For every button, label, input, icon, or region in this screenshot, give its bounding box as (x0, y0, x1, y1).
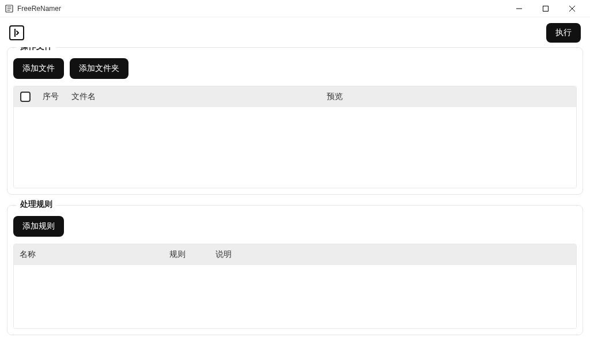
rules-buttons: 添加规则 (13, 216, 577, 237)
sidebar-toggle-button[interactable] (9, 25, 24, 40)
content-area: 操作文件 添加文件 添加文件夹 序号 文件名 预览 处理规则 添加规则 名称 (0, 47, 590, 364)
files-select-all-cell (14, 92, 37, 102)
window-controls (506, 0, 585, 17)
files-col-seq: 序号 (37, 92, 66, 102)
files-table-body (14, 107, 576, 188)
execute-button[interactable]: 执行 (546, 23, 581, 43)
rules-col-name: 名称 (14, 249, 164, 260)
app-icon (5, 4, 14, 13)
select-all-checkbox[interactable] (20, 92, 31, 102)
minimize-button[interactable] (506, 0, 532, 17)
add-rule-button[interactable]: 添加规则 (13, 216, 64, 237)
rules-section: 处理规则 添加规则 名称 规则 说明 (7, 205, 583, 335)
add-folder-button[interactable]: 添加文件夹 (70, 58, 128, 79)
files-section: 操作文件 添加文件 添加文件夹 序号 文件名 预览 (7, 47, 583, 195)
titlebar: FreeReNamer (0, 0, 590, 17)
add-file-button[interactable]: 添加文件 (13, 58, 64, 79)
files-buttons: 添加文件 添加文件夹 (13, 58, 577, 79)
rules-table-header: 名称 规则 说明 (14, 244, 576, 265)
toolbar: 执行 (0, 17, 590, 47)
files-col-filename: 文件名 (66, 92, 321, 102)
rules-col-rule: 规则 (164, 249, 210, 260)
window-title: FreeReNamer (17, 5, 61, 13)
files-section-title: 操作文件 (17, 47, 56, 52)
rules-col-desc: 说明 (210, 249, 536, 260)
close-button[interactable] (559, 0, 585, 17)
rules-section-title: 处理规则 (17, 199, 56, 210)
files-col-preview: 预览 (321, 92, 576, 102)
maximize-button[interactable] (532, 0, 559, 17)
svg-rect-1 (543, 6, 549, 11)
files-table-header: 序号 文件名 预览 (14, 86, 576, 107)
files-table: 序号 文件名 预览 (13, 86, 577, 188)
rules-table-body (14, 265, 576, 328)
rules-table: 名称 规则 说明 (13, 244, 577, 329)
